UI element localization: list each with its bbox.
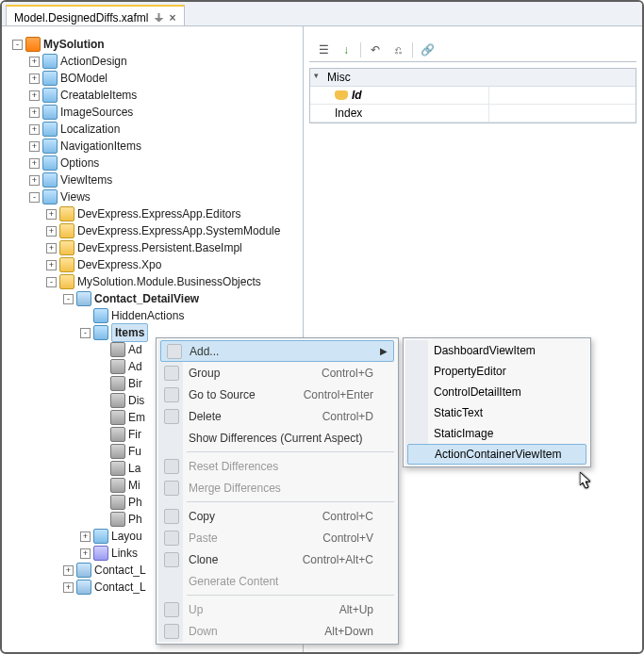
submenu-label: StaticText <box>434 406 483 419</box>
expander-icon[interactable]: + <box>80 548 91 559</box>
property-value[interactable] <box>489 87 636 104</box>
expander-icon[interactable]: + <box>29 158 40 169</box>
expander-icon[interactable]: + <box>46 260 57 270</box>
tree-node-ActionDesign[interactable]: +ActionDesign <box>9 53 299 70</box>
menu-label: Copy <box>189 510 215 523</box>
expander-icon[interactable]: + <box>46 243 57 253</box>
pin-icon[interactable] <box>155 13 164 23</box>
menu-icon <box>164 387 179 402</box>
expander-icon[interactable]: - <box>12 40 23 50</box>
tree-label: ImageSources <box>60 104 133 121</box>
submenu-item-propertyeditor[interactable]: PropertyEditor <box>405 361 588 382</box>
menu-shortcut: Control+Enter <box>304 388 373 401</box>
namespace-icon <box>59 223 74 238</box>
menu-item-reset-differences: Reset Differences <box>158 455 396 477</box>
tree-label: Bir <box>128 375 142 392</box>
tree-node[interactable]: +DevExpress.Xpo <box>9 256 299 273</box>
submenu-item-actioncontainerviewitem[interactable]: ActionContainerViewItem <box>407 444 586 465</box>
folder-icon <box>42 71 58 86</box>
expander-icon[interactable]: - <box>46 277 57 287</box>
submenu-item-statictext[interactable]: StaticText <box>405 402 588 423</box>
key-icon <box>335 90 348 100</box>
close-icon[interactable]: × <box>170 11 176 25</box>
tree-node-ImageSources[interactable]: +ImageSources <box>9 104 299 121</box>
expander-icon[interactable]: + <box>29 57 40 67</box>
tree-node-Options[interactable]: +Options <box>9 155 299 172</box>
tree-node[interactable]: +DevExpress.Persistent.BaseImpl <box>9 239 299 256</box>
categorized-icon[interactable]: ☰ <box>315 41 332 58</box>
menu-item-go-to-source[interactable]: Go to SourceControl+Enter <box>158 384 396 405</box>
property-group[interactable]: Misc <box>310 69 636 87</box>
tree-node[interactable]: -Contact_DetailView <box>9 290 299 307</box>
tree-node-Localization[interactable]: +Localization <box>9 121 299 138</box>
expander-icon[interactable]: + <box>29 74 40 84</box>
property-name: Index <box>310 105 489 122</box>
menu-label: Merge Differences <box>189 482 281 495</box>
menu-item-show-differences-current-aspect[interactable]: Show Differences (Current Aspect) <box>158 427 396 449</box>
tree-node-NavigationItems[interactable]: +NavigationItems <box>9 138 299 155</box>
menu-separator <box>187 595 394 596</box>
expander-icon[interactable]: - <box>29 192 40 203</box>
tree-node-ViewItems[interactable]: +ViewItems <box>9 172 299 188</box>
expander-icon[interactable]: + <box>29 124 40 135</box>
menu-item-up: UpAlt+Up <box>158 598 396 620</box>
menu-item-clone[interactable]: CloneControl+Alt+C <box>158 548 396 570</box>
expander-icon[interactable]: + <box>46 209 57 220</box>
expander-icon[interactable]: + <box>63 582 74 593</box>
link-icon[interactable]: 🔗 <box>419 41 436 58</box>
submenu-item-staticimage[interactable]: StaticImage <box>405 423 588 444</box>
expander-icon[interactable]: + <box>29 90 40 101</box>
submenu-item-dashboardviewitem[interactable]: DashboardViewItem <box>405 340 588 361</box>
menu-icon <box>164 531 179 546</box>
undo-icon[interactable]: ↶ <box>367 41 384 58</box>
submenu-item-controldetailitem[interactable]: ControlDetailItem <box>405 382 588 402</box>
menu-icon <box>164 459 179 474</box>
menu-item-copy[interactable]: CopyControl+C <box>158 505 396 527</box>
property-row[interactable]: Id <box>310 87 636 105</box>
document-tab[interactable]: Model.DesignedDiffs.xafml × <box>6 5 185 25</box>
folder-icon <box>93 308 108 323</box>
item-icon <box>110 444 125 459</box>
expander-icon[interactable]: + <box>80 531 91 542</box>
expander-icon[interactable]: + <box>29 141 40 152</box>
expander-icon[interactable]: + <box>29 107 40 118</box>
tree-node[interactable]: +DevExpress.ExpressApp.Editors <box>9 205 299 222</box>
folder-icon <box>42 172 58 188</box>
menu-label: Group <box>189 367 220 380</box>
menu-item-delete[interactable]: DeleteControl+D <box>158 405 396 427</box>
tree-label: Mi <box>128 477 140 494</box>
expander-icon[interactable]: - <box>63 294 74 304</box>
expander-icon[interactable]: - <box>80 328 91 338</box>
folder-icon <box>42 122 58 137</box>
menu-label: Show Differences (Current Aspect) <box>189 432 363 445</box>
tree-label: Ph <box>128 494 142 511</box>
menu-item-add[interactable]: Add...▶ <box>160 340 394 362</box>
tree-node-BOModel[interactable]: +BOModel <box>9 70 299 87</box>
menu-label: Up <box>189 603 203 616</box>
expander-icon[interactable]: + <box>63 565 74 576</box>
sort-icon[interactable]: ↓ <box>338 41 355 58</box>
item-icon <box>110 495 125 510</box>
property-value[interactable] <box>489 105 636 122</box>
folder-icon <box>42 105 58 120</box>
tree-label: DevExpress.ExpressApp.SystemModule <box>77 222 280 239</box>
item-icon <box>110 342 125 357</box>
expander-icon[interactable]: + <box>29 175 40 186</box>
property-name: Id <box>310 87 489 104</box>
expander-icon[interactable]: + <box>46 226 57 237</box>
tree-node-Views[interactable]: -Views <box>9 188 299 205</box>
menu-item-group[interactable]: GroupControl+G <box>158 362 396 384</box>
tree-node-CreatableItems[interactable]: +CreatableItems <box>9 87 299 104</box>
tree-label: Links <box>111 545 138 562</box>
submenu-label: DashboardViewItem <box>434 344 536 357</box>
tree-root[interactable]: -MySolution <box>9 36 299 53</box>
folder-icon <box>42 189 58 204</box>
redo-icon[interactable]: ⎌ <box>389 41 406 58</box>
tree-label: CreatableItems <box>60 87 137 104</box>
property-row[interactable]: Index <box>310 105 636 123</box>
tree-node[interactable]: HiddenActions <box>9 307 299 324</box>
tree-label: Fir <box>128 426 141 443</box>
tree-node[interactable]: +DevExpress.ExpressApp.SystemModule <box>9 222 299 239</box>
menu-icon <box>164 574 179 589</box>
tree-node[interactable]: -MySolution.Module.BusinessObjects <box>9 273 299 290</box>
